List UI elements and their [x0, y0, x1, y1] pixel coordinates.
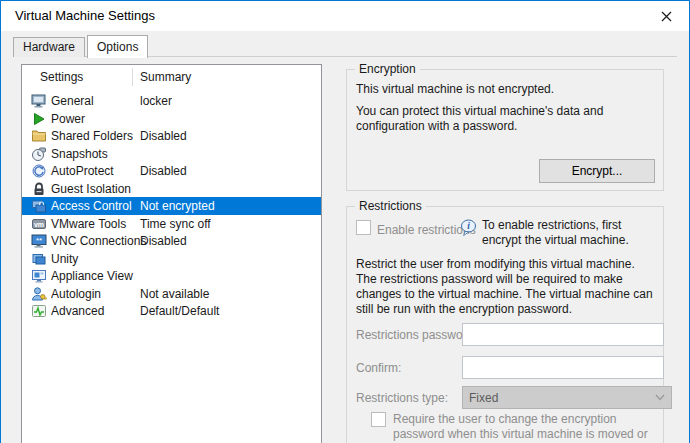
list-item-label: Unity [51, 252, 78, 266]
tab-options[interactable]: Options [87, 35, 148, 58]
vnc-connections-icon: ** [31, 233, 47, 249]
advanced-icon [31, 303, 47, 319]
enable-restrictions-row: Enable restrictions [356, 220, 476, 237]
titlebar: Virtual Machine Settings [1, 1, 689, 31]
restrictions-type-dropdown[interactable]: Fixed [462, 386, 672, 409]
list-item-label: Advanced [51, 304, 104, 318]
close-button[interactable] [643, 1, 689, 31]
close-icon [661, 11, 672, 22]
autoprotect-icon [31, 163, 47, 179]
list-item-summary: Disabled [140, 164, 187, 178]
list-item-label: AutoProtect [51, 164, 114, 178]
list-item-label: Access Control [51, 199, 132, 213]
restrictions-type-value: Fixed [469, 391, 498, 405]
unity-icon [31, 251, 47, 267]
list-item-summary: Time sync off [140, 217, 211, 231]
vmware-tools-icon: vm [31, 216, 47, 232]
info-icon: i [460, 219, 477, 237]
column-header-settings: Settings [40, 70, 83, 84]
shared-folders-icon [31, 128, 47, 144]
list-item-appliance-view[interactable]: Appliance View [22, 267, 321, 285]
svg-text:i: i [467, 221, 470, 231]
general-icon [31, 93, 47, 109]
restrictions-password-input[interactable] [462, 323, 664, 346]
confirm-input[interactable] [462, 356, 664, 379]
require-change-checkbox[interactable] [371, 412, 386, 427]
require-change-row: Require the user to change the encryptio… [371, 412, 669, 443]
list-item-label: Shared Folders [51, 129, 133, 143]
tab-hardware[interactable]: Hardware [13, 37, 85, 57]
encryption-status-text: This virtual machine is not encrypted. [356, 82, 656, 96]
column-header-summary: Summary [140, 70, 191, 84]
list-item-summary: Not encrypted [140, 199, 215, 213]
chevron-down-icon [655, 394, 665, 401]
restrictions-info-text: To enable restrictions, first encrypt th… [482, 218, 658, 248]
guest-isolation-icon [31, 181, 47, 197]
column-separator [132, 68, 133, 86]
list-item-label: Guest Isolation [51, 182, 131, 196]
list-item-summary: locker [140, 94, 172, 108]
list-item-snapshots[interactable]: Snapshots [22, 145, 321, 163]
list-item-label: VMware Tools [51, 217, 126, 231]
settings-list-header: Settings Summary [22, 65, 321, 89]
autologin-icon [31, 286, 47, 302]
encryption-groupbox: Encryption This virtual machine is not e… [346, 69, 664, 191]
restrictions-description: Restrict the user from modifying this vi… [356, 257, 658, 317]
list-item-shared-folders[interactable]: Shared FoldersDisabled [22, 127, 321, 145]
list-item-access-control[interactable]: Access ControlNot encrypted [22, 197, 321, 215]
list-item-label: Autologin [51, 287, 101, 301]
list-item-summary: Disabled [140, 129, 187, 143]
list-item-summary: Default/Default [140, 304, 219, 318]
restrictions-group-label: Restrictions [355, 199, 426, 213]
appliance-view-icon [31, 268, 47, 284]
list-item-summary: Not available [140, 287, 209, 301]
svg-text:**: ** [36, 236, 42, 245]
confirm-label: Confirm: [356, 361, 401, 375]
restrictions-password-label: Restrictions password: [356, 328, 477, 342]
settings-list-panel: Settings Summary GenerallockerPowerShare… [21, 64, 322, 443]
restrictions-type-label: Restrictions type: [356, 391, 448, 405]
encryption-help-text: You can protect this virtual machine's d… [356, 104, 656, 134]
list-item-vnc-connections[interactable]: **VNC ConnectionsDisabled [22, 232, 321, 250]
list-item-guest-isolation[interactable]: Guest Isolation [22, 180, 321, 198]
list-item-general[interactable]: Generallocker [22, 92, 321, 110]
power-icon [31, 111, 47, 127]
list-item-label: General [51, 94, 94, 108]
svg-text:vm: vm [34, 220, 44, 227]
restrictions-groupbox: Restrictions Enable restrictions i To en… [346, 206, 664, 443]
snapshots-icon [31, 146, 47, 162]
access-control-icon [31, 198, 47, 214]
list-item-autologin[interactable]: AutologinNot available [22, 285, 321, 303]
list-item-summary: Disabled [140, 234, 187, 248]
require-change-label: Require the user to change the encryptio… [393, 412, 669, 443]
enable-restrictions-checkbox[interactable] [356, 220, 371, 235]
list-item-label: Appliance View [51, 269, 133, 283]
vm-settings-dialog: Virtual Machine Settings Hardware Option… [0, 0, 690, 443]
list-item-autoprotect[interactable]: AutoProtectDisabled [22, 162, 321, 180]
list-item-power[interactable]: Power [22, 110, 321, 128]
window-title: Virtual Machine Settings [15, 8, 155, 23]
list-item-label: Power [51, 112, 85, 126]
list-item-advanced[interactable]: AdvancedDefault/Default [22, 302, 321, 320]
list-item-label: Snapshots [51, 147, 108, 161]
settings-list-body: GenerallockerPowerShared FoldersDisabled… [22, 92, 321, 320]
list-item-unity[interactable]: Unity [22, 250, 321, 268]
tabstrip: Hardware Options [13, 35, 150, 57]
encrypt-button[interactable]: Encrypt... [539, 159, 655, 183]
list-item-vmware-tools[interactable]: vmVMware ToolsTime sync off [22, 215, 321, 233]
encryption-group-label: Encryption [355, 62, 420, 76]
list-item-label: VNC Connections [51, 234, 146, 248]
